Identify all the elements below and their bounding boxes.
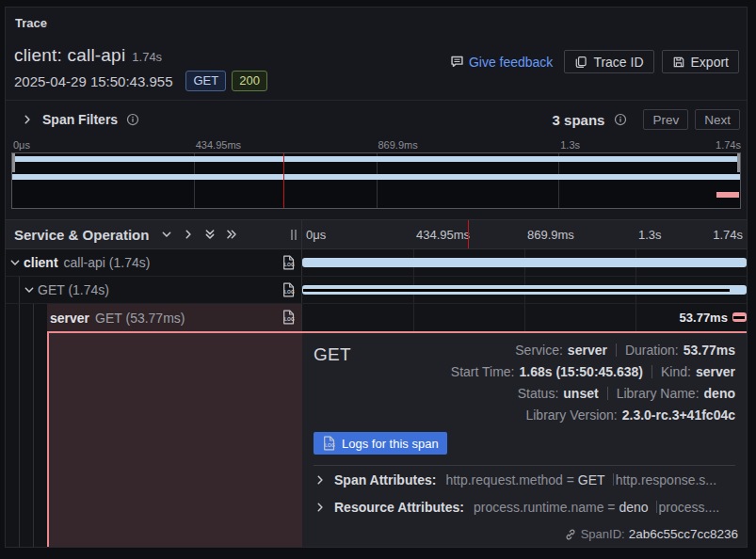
attribute-divider [613,473,614,486]
comment-icon [450,55,464,69]
info-icon [614,113,627,126]
attribute-divider [656,501,657,513]
double-chevron-right-icon[interactable] [225,228,238,241]
timeline-minimap: 0μs434.95ms869.9ms1.3s1.74s [6,138,747,209]
chevron-right-icon [314,473,327,487]
minimap-span-bar [12,156,740,162]
logs-for-span-label: Logs for this span [342,437,439,451]
span-duration-label: 53.77ms [680,304,732,331]
minimap-gridline [558,153,559,208]
column-resize-handle[interactable] [291,230,297,240]
overview-label: Duration: [625,343,679,358]
critical-path-line [733,316,745,319]
export-button[interactable]: Export [662,50,739,73]
span-logs-icon[interactable]: LOG [281,282,296,297]
minimap-tick-label: 0μs [13,139,30,151]
log-icon: LOG [322,436,336,451]
span-operation-name: GET (1.74s) [38,282,109,297]
timeline-gridline [524,304,525,331]
timeline-table-header: Service & Operation 0μs434.95ms869.9ms1.… [6,219,747,249]
overview-value: server [568,343,607,358]
chevron-down-icon[interactable] [23,283,36,296]
trace-id-button[interactable]: Trace ID [564,50,653,73]
give-feedback-label: Give feedback [469,55,554,70]
timeline-gridline [413,304,414,331]
overview-label: Service: [515,343,563,358]
span-row-client[interactable]: clientcall-api (1.74s)LOG [6,249,747,277]
span-filters-label: Span Filters [42,112,118,127]
minimap-gridline [194,153,195,208]
span-detail-panel: GET Service:serverDuration:53.77msStart … [302,331,747,547]
attribute-pair: process.... [659,500,720,515]
minimap-cursor-line [283,153,284,208]
save-icon [672,56,685,69]
status-code-badge: 200 [232,71,267,91]
ruler-cursor-line [468,220,469,248]
span-service-name: server [50,311,89,326]
minimap-gridline [377,153,378,208]
overview-value: 53.77ms [684,343,735,358]
ruler-tick-label: 1.3s [638,228,662,242]
timeline-ruler: 0μs434.95ms869.9ms1.3s1.74s [302,220,747,248]
span-overview: Service:serverDuration:53.77msStart Time… [351,343,735,423]
overview-divider [651,365,652,378]
minimap-tick-labels: 0μs434.95ms869.9ms1.3s1.74s [11,138,741,152]
span-logs-icon[interactable]: LOG [281,255,296,270]
chevron-right-icon [21,113,34,126]
minimap-canvas[interactable] [11,152,741,209]
overview-line: Library Version:2.3.0-rc.3+41fc04c [525,407,735,423]
attributes-toggle[interactable]: Resource Attributes:process.runtime.name… [314,493,735,520]
span-service-name: client [24,255,58,270]
span-detail-region: GET Service:serverDuration:53.77msStart … [6,331,747,547]
overview-divider [616,343,617,357]
minimap-left-drag-handle[interactable] [12,153,15,172]
link-icon[interactable] [564,528,577,541]
span-id-value: 2ab6c55cc7cc8236 [629,527,738,541]
overview-divider [607,387,608,400]
trace-title: client: call-api [14,45,125,66]
svg-text:LOG: LOG [284,317,295,322]
span-id-footer: SpanID: 2ab6c55cc7cc8236 [564,527,738,541]
span-logs-icon[interactable]: LOG [281,310,296,325]
prev-span-button[interactable]: Prev [643,109,688,130]
trace-duration: 1.74s [132,50,162,64]
span-filters-toggle[interactable]: Span Filters [21,112,553,127]
chevron-right-icon [314,501,327,514]
give-feedback-link[interactable]: Give feedback [450,55,554,70]
attribute-value: deno [619,500,648,515]
overview-label: Library Version: [525,407,617,423]
overview-label: Status: [518,386,559,401]
minimap-right-drag-handle[interactable] [737,153,740,172]
logs-for-span-button[interactable]: LOG Logs for this span [314,432,447,455]
overview-line: Start Time:1.68s (15:50:45.638)Kind:serv… [451,364,735,379]
span-detail-title: GET [314,343,351,423]
minimap-tick-label: 434.95ms [196,139,241,151]
svg-text:LOG: LOG [284,290,295,295]
span-row-get[interactable]: GET (1.74s)LOG [6,277,747,304]
chevron-down-icon[interactable] [8,256,22,269]
overview-label: Kind: [661,364,691,379]
span-operation-name: call-api (1.74s) [64,255,151,270]
ruler-tick-label: 869.9ms [527,228,574,242]
chevron-down-icon[interactable] [160,228,173,241]
overview-line: Service:serverDuration:53.77ms [515,343,735,358]
overview-value: 2.3.0-rc.3+41fc04c [622,407,735,423]
overview-value: deno [704,386,735,401]
span-row-server[interactable]: serverGET (53.77ms)LOG53.77ms [6,304,747,331]
overview-value: server [696,364,735,379]
attribute-value: GET [578,472,605,487]
overview-value: unset [563,386,598,401]
span-rows: clientcall-api (1.74s)LOGGET (1.74s)LOGs… [6,249,747,331]
chevron-right-icon[interactable] [182,228,195,241]
overview-value: 1.68s (15:50:45.638) [519,364,643,379]
span-filters-bar: Span Filters 3 spans Prev Next [6,100,747,138]
attributes-toggle[interactable]: Span Attributes:http.request.method = GE… [314,466,735,493]
span-bar[interactable] [302,258,747,267]
overview-line: Status:unsetLibrary Name:deno [518,386,735,401]
next-span-button[interactable]: Next [695,109,740,130]
service-operation-header: Service & Operation [14,227,149,243]
attributes-label: Span Attributes: [334,472,436,487]
info-icon [126,113,139,126]
span-match-count: 3 spans [553,112,605,128]
double-chevron-down-icon[interactable] [203,228,217,241]
